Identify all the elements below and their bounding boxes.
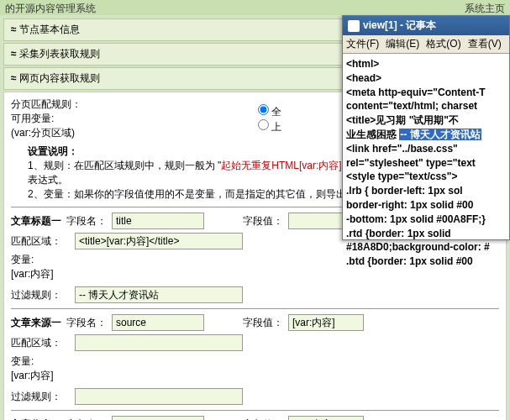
field-value-label-3: 字段值：	[243, 417, 283, 421]
system-home-link[interactable]: 系统主页	[465, 2, 505, 13]
title-match-zone-input[interactable]	[75, 233, 243, 249]
var-content-2: [var:内容]	[11, 369, 499, 383]
notepad-title-text: view[1] - 记事本	[363, 18, 436, 33]
source-field-name-input[interactable]	[112, 314, 204, 331]
notepad-body[interactable]: <html> <head> <meta http-equiv="Content-…	[343, 54, 509, 272]
field-name-label: 字段名：	[66, 214, 107, 228]
match-zone-label: 匹配区域：	[11, 234, 70, 249]
paging-radio-up-label: 上	[271, 121, 281, 133]
menu-view[interactable]: 查看(V)	[468, 37, 502, 51]
paging-rule-label: 分页匹配规则：	[11, 97, 81, 112]
filter-rule-label: 过滤规则：	[11, 288, 70, 302]
article-title-section: 文章标题一	[11, 214, 61, 228]
notepad-titlebar[interactable]: view[1] - 记事本	[343, 16, 509, 35]
notepad-text-post: <link href="../base.css" rel="stylesheet…	[346, 143, 490, 267]
paging-radio-up[interactable]	[258, 119, 269, 130]
paging-var-text: (var:分页区域)	[11, 126, 81, 140]
field-value-label-2: 字段值：	[243, 316, 283, 330]
paging-radio-all[interactable]	[258, 104, 269, 115]
author-field-name-input[interactable]	[112, 416, 204, 420]
menu-file[interactable]: 文件(F)	[346, 37, 379, 51]
paging-radio-all-label: 全	[271, 106, 281, 118]
field-name-label-3: 字段名：	[66, 417, 107, 421]
notepad-selection: -- 博天人才资讯站	[399, 129, 481, 140]
var-label: 变量:	[11, 254, 34, 265]
filter-rule-label-2: 过滤规则：	[11, 390, 70, 404]
title-field-name-input[interactable]	[112, 213, 204, 229]
menu-format[interactable]: 格式(O)	[426, 37, 460, 51]
notepad-menubar: 文件(F) 编辑(E) 格式(O) 查看(V)	[343, 35, 509, 54]
title-filter-input[interactable]	[75, 286, 243, 303]
notepad-icon	[348, 20, 360, 32]
source-match-zone-input[interactable]	[75, 334, 243, 351]
match-zone-label-2: 匹配区域：	[11, 336, 70, 350]
system-title: 的开源内容管理系统	[5, 2, 96, 13]
article-author-section: 文章作者一	[11, 417, 61, 421]
source-field-value-input[interactable]	[288, 314, 364, 331]
var-label-2: 变量:	[11, 355, 34, 367]
field-value-label: 字段值：	[243, 214, 283, 228]
source-filter-input[interactable]	[75, 388, 243, 405]
author-field-value-input[interactable]	[288, 416, 364, 420]
article-source-section: 文章来源一	[11, 316, 61, 330]
paging-var-label: 可用变量:	[11, 112, 81, 126]
field-name-label-2: 字段名：	[66, 316, 107, 330]
notepad-window[interactable]: view[1] - 记事本 文件(F) 编辑(E) 格式(O) 查看(V) <h…	[342, 15, 510, 240]
menu-edit[interactable]: 编辑(E)	[386, 37, 419, 51]
